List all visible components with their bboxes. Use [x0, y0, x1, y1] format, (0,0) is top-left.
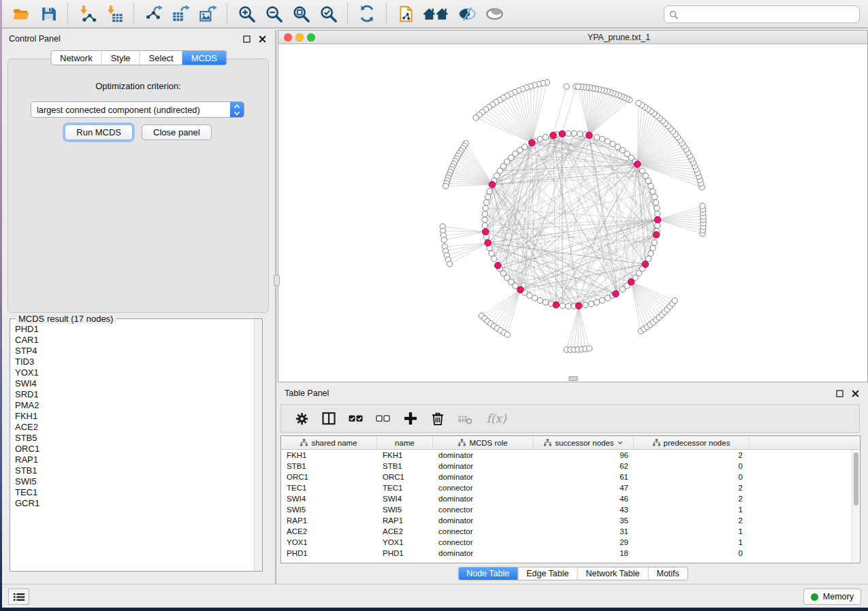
table-cell[interactable]: SWI5 — [281, 506, 377, 514]
table-cell[interactable]: STB1 — [377, 462, 433, 470]
table-cell[interactable]: dominator — [433, 451, 534, 459]
table-cell[interactable]: 29 — [534, 538, 634, 546]
table-cell[interactable]: RAP1 — [281, 516, 377, 525]
tab-select[interactable]: Select — [140, 51, 182, 65]
table-cell[interactable]: 47 — [534, 484, 634, 492]
table-cell[interactable]: 1 — [634, 506, 750, 514]
zoom-out-button[interactable] — [263, 3, 285, 24]
mcds-result-item[interactable]: SWI4 — [15, 378, 254, 389]
table-row[interactable]: ACE2ACE2connector311 — [281, 526, 860, 537]
delete-table-button[interactable] — [455, 409, 475, 428]
table-cell[interactable]: 1 — [634, 527, 750, 535]
table-cell[interactable]: dominator — [433, 462, 534, 470]
open-file-button[interactable] — [10, 3, 32, 24]
table-cell[interactable]: 2 — [634, 516, 750, 525]
task-history-button[interactable] — [8, 589, 29, 605]
zoom-fit-button[interactable] — [290, 3, 312, 24]
table-cell[interactable]: 1 — [634, 538, 750, 546]
delete-button[interactable] — [428, 409, 447, 428]
import-table-button[interactable] — [103, 3, 125, 24]
mcds-result-item[interactable]: ORC1 — [15, 444, 254, 455]
table-cell[interactable]: ORC1 — [281, 473, 377, 481]
mcds-result-item[interactable]: STB1 — [15, 465, 254, 476]
float-panel-icon[interactable] — [835, 389, 844, 398]
mcds-result-item[interactable]: PHD1 — [15, 324, 254, 335]
table-cell[interactable]: connector — [433, 506, 534, 514]
table-cell[interactable]: FKH1 — [377, 451, 433, 459]
table-cell[interactable]: dominator — [433, 516, 534, 525]
deselect-all-button[interactable] — [374, 409, 393, 428]
export-image-button[interactable] — [197, 3, 219, 24]
mcds-result-item[interactable]: RAP1 — [15, 455, 254, 465]
table-scrollbar-thumb[interactable] — [854, 452, 858, 506]
table-row[interactable]: FKH1FKH1dominator962 — [281, 450, 860, 461]
mcds-result-item[interactable]: GCR1 — [15, 498, 254, 509]
table-cell[interactable]: 2 — [634, 484, 750, 492]
tab-network[interactable]: Network — [51, 51, 101, 65]
maximize-window-icon[interactable] — [307, 33, 315, 42]
table-cell[interactable]: 18 — [534, 549, 634, 557]
add-button[interactable] — [401, 409, 420, 428]
column-header-shared-name[interactable]: shared name — [281, 436, 377, 449]
home-views-button[interactable] — [422, 3, 451, 24]
save-session-button[interactable] — [37, 3, 59, 24]
tab-node-table[interactable]: Node Table — [458, 567, 517, 580]
table-row[interactable]: STB1STB1dominator620 — [281, 461, 860, 472]
run-mcds-button[interactable]: Run MCDS — [65, 125, 133, 140]
table-cell[interactable]: STB1 — [281, 462, 377, 470]
mcds-result-item[interactable]: SWI5 — [15, 476, 254, 487]
export-table-button[interactable] — [170, 3, 191, 24]
table-row[interactable]: ORC1ORC1dominator610 — [281, 472, 860, 482]
table-cell[interactable]: YOX1 — [377, 538, 433, 546]
table-cell[interactable]: RAP1 — [377, 516, 433, 525]
network-file-button[interactable] — [395, 3, 417, 24]
mcds-result-item[interactable]: PMA2 — [15, 400, 254, 411]
column-header-predecessor-nodes[interactable]: predecessor nodes — [634, 436, 750, 449]
network-graph[interactable] — [278, 44, 867, 382]
select-all-button[interactable] — [347, 409, 366, 428]
table-cell[interactable]: SWI4 — [377, 495, 433, 503]
table-cell[interactable]: 46 — [534, 495, 634, 503]
table-cell[interactable]: 96 — [534, 451, 634, 459]
column-header-successor-nodes[interactable]: successor nodes — [534, 436, 634, 449]
column-header-name[interactable]: name — [377, 436, 433, 449]
table-row[interactable]: SWI4SWI4dominator462 — [281, 493, 860, 504]
close-window-icon[interactable] — [284, 33, 292, 42]
mcds-result-item[interactable]: YOX1 — [15, 367, 254, 378]
mcds-result-item[interactable]: STB5 — [15, 433, 254, 444]
close-panel-icon[interactable] — [258, 35, 267, 44]
table-cell[interactable]: ORC1 — [377, 473, 433, 481]
mcds-result-item[interactable]: ACE2 — [15, 422, 254, 433]
table-row[interactable]: RAP1RAP1dominator352 — [281, 515, 860, 526]
table-cell[interactable]: dominator — [433, 549, 534, 557]
mcds-result-item[interactable]: STP4 — [15, 346, 254, 357]
close-panel-icon[interactable] — [851, 389, 860, 398]
zoom-in-button[interactable] — [236, 3, 257, 24]
hide-graphics-details-button[interactable] — [456, 3, 478, 24]
table-cell[interactable]: PHD1 — [281, 549, 377, 557]
search-input[interactable] — [681, 10, 854, 19]
table-cell[interactable]: connector — [433, 527, 534, 535]
show-graphics-details-button[interactable] — [483, 3, 505, 24]
table-row[interactable]: SWI5SWI5connector431 — [281, 504, 860, 515]
table-cell[interactable]: 0 — [634, 462, 750, 470]
zoom-selected-button[interactable] — [317, 3, 339, 24]
table-cell[interactable]: 35 — [534, 516, 634, 525]
canvas-splitter-handle[interactable] — [568, 376, 577, 381]
show-columns-button[interactable] — [319, 409, 338, 428]
float-panel-icon[interactable] — [242, 35, 251, 44]
tab-network-table[interactable]: Network Table — [577, 567, 648, 580]
tab-style[interactable]: Style — [101, 51, 140, 65]
table-cell[interactable]: 62 — [534, 462, 634, 470]
mcds-result-item[interactable]: TID3 — [15, 357, 254, 367]
minimize-window-icon[interactable] — [295, 33, 304, 42]
table-cell[interactable]: connector — [433, 538, 534, 546]
network-window-titlebar[interactable]: YPA_prune.txt_1 — [278, 31, 867, 44]
table-cell[interactable]: connector — [433, 484, 534, 492]
function-builder-button[interactable]: f(x) — [483, 409, 510, 428]
export-network-button[interactable] — [142, 3, 164, 24]
memory-button[interactable]: Memory — [803, 589, 861, 605]
mcds-result-item[interactable]: TEC1 — [15, 487, 254, 498]
table-cell[interactable]: 61 — [534, 473, 634, 481]
tab-edge-table[interactable]: Edge Table — [517, 567, 577, 580]
